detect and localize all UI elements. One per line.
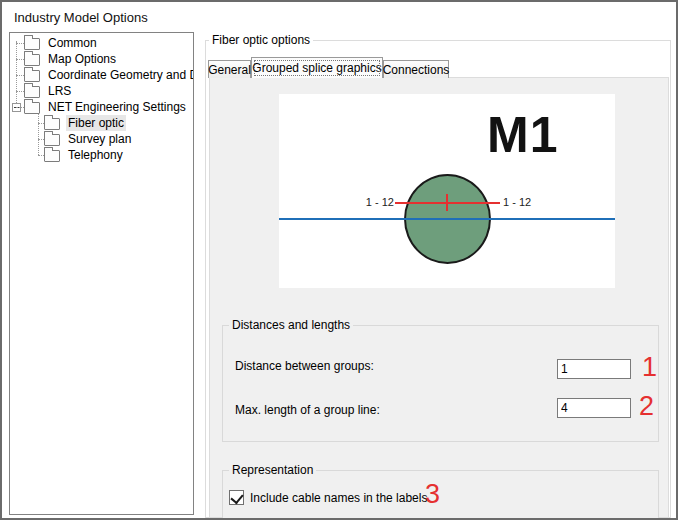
fiber-group-tick	[446, 194, 448, 211]
tree-item-label-selected: Fiber optic	[66, 115, 126, 131]
tree-item-label: Map Options	[46, 51, 118, 67]
tab-connections[interactable]: Connections	[383, 60, 449, 78]
include-cable-names-label: Include cable names in the labels	[250, 491, 427, 505]
folder-icon	[44, 118, 60, 130]
fiber-range-label-left: 1 - 12	[362, 196, 394, 208]
representation-group-title: Representation	[229, 463, 316, 477]
tree-item-label: Common	[46, 35, 99, 51]
tab-general[interactable]: General	[208, 60, 251, 78]
tree-item-survey-plan[interactable]: Survey plan	[10, 131, 193, 147]
tree-item-label: Survey plan	[66, 131, 133, 147]
distances-groupbox	[222, 325, 659, 442]
fiber-optic-options-title: Fiber optic options	[209, 33, 313, 47]
tree-item-coordinate-geometry[interactable]: Coordinate Geometry and Dime	[10, 67, 193, 83]
tab-label: General	[208, 63, 251, 77]
include-cable-names-checkbox[interactable]	[229, 490, 244, 505]
tree-item-map-options[interactable]: Map Options	[10, 51, 193, 67]
tree-item-lrs[interactable]: LRS	[10, 83, 193, 99]
cable-line	[279, 218, 615, 220]
max-group-line-length-label: Max. length of a group line:	[235, 403, 380, 417]
tab-grouped-splice-graphics[interactable]: Grouped splice graphics	[251, 57, 383, 78]
folder-icon	[44, 150, 60, 162]
window-title: Industry Model Options	[14, 10, 148, 25]
folder-icon	[24, 86, 40, 98]
splice-preview-image: M1 1 - 12 1 - 12	[279, 94, 615, 288]
tab-focus-rect	[254, 60, 380, 76]
distances-group-title: Distances and lengths	[229, 318, 353, 332]
folder-icon	[24, 38, 40, 50]
tree-item-label: Coordinate Geometry and Dime	[46, 67, 194, 83]
fiber-range-label-right: 1 - 12	[503, 196, 531, 208]
folder-icon	[24, 102, 40, 114]
options-tree[interactable]: Common Map Options Coordinate Geometry a…	[9, 32, 194, 515]
folder-icon	[24, 54, 40, 66]
industry-model-options-dialog: Industry Model Options Common Map Option…	[0, 0, 678, 520]
distance-between-groups-label: Distance between groups:	[235, 359, 374, 373]
tree-item-label: NET Engineering Settings	[46, 99, 188, 115]
max-group-line-length-input[interactable]	[557, 398, 631, 418]
tree-item-net-engineering-settings[interactable]: NET Engineering Settings	[10, 99, 193, 115]
annotation-3: 3	[425, 481, 440, 508]
tree-item-fiber-optic[interactable]: Fiber optic	[10, 115, 193, 131]
distance-between-groups-input[interactable]	[557, 359, 631, 379]
tree-item-common[interactable]: Common	[10, 35, 193, 51]
folder-icon	[44, 134, 60, 146]
folder-icon	[24, 70, 40, 82]
cable-name-label: M1	[487, 110, 558, 160]
annotation-2: 2	[639, 393, 654, 420]
annotation-1: 1	[642, 354, 657, 381]
tab-label: Connections	[383, 63, 450, 77]
tree-item-label: LRS	[46, 83, 73, 99]
tree-item-telephony[interactable]: Telephony	[10, 147, 193, 163]
tree-item-label: Telephony	[66, 147, 125, 163]
